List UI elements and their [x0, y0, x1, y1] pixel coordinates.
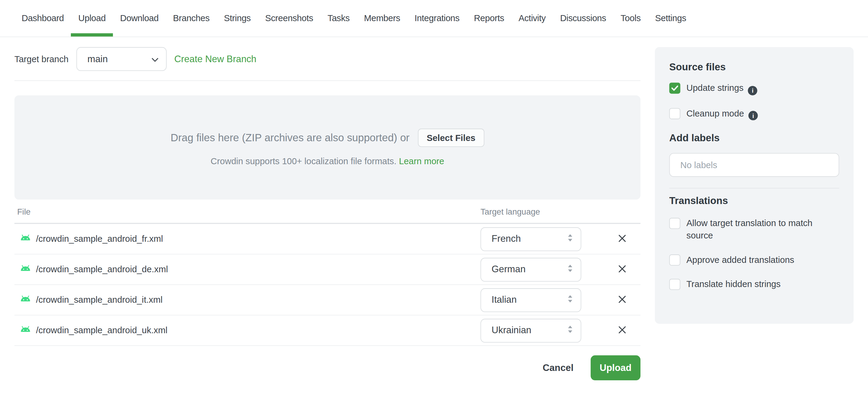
dropzone-text: Drag files here (ZIP archives are also s… — [170, 132, 410, 144]
checkbox[interactable] — [670, 218, 681, 229]
nav-tab[interactable]: Activity — [512, 0, 553, 36]
checkbox-row[interactable]: Approve added translationsi — [670, 254, 839, 266]
sort-arrows-icon — [567, 234, 573, 244]
target-language-column-header: Target language — [480, 206, 581, 216]
divider — [14, 80, 641, 81]
nav-tab[interactable]: Download — [113, 0, 166, 36]
checkbox-label: Allow target translation to match source… — [687, 217, 839, 242]
upload-options-sidebar: Source files Update stringsi — [655, 47, 854, 324]
file-dropzone[interactable]: Drag files here (ZIP archives are also s… — [14, 95, 641, 199]
target-language-select[interactable]: French — [480, 227, 581, 251]
checkbox-label: Cleanup modei — [687, 107, 758, 120]
page: Dashboard Upload Download Branches Strin… — [0, 0, 868, 396]
upload-button[interactable]: Upload — [591, 355, 641, 380]
checkbox-label: Update stringsi — [687, 82, 757, 95]
nav-tab[interactable]: Tools — [613, 0, 648, 36]
checkbox-row[interactable]: Translate hidden stringsi — [670, 278, 839, 290]
file-name: /crowdin_sample_android_de.xml — [36, 264, 168, 274]
close-icon — [618, 294, 627, 305]
checkbox-row[interactable]: Allow target translation to match source… — [670, 217, 839, 242]
nav-tab[interactable]: Dashboard — [14, 0, 71, 36]
checkbox-label: Approve added translationsi — [687, 254, 795, 266]
sort-arrows-icon — [567, 326, 573, 335]
file-column-header: File — [14, 206, 481, 216]
target-language-value: French — [492, 233, 521, 245]
checkbox[interactable] — [670, 254, 681, 265]
main-panel: Target branch main Create New Branch Dra… — [0, 37, 641, 380]
close-icon — [618, 234, 627, 244]
target-language-value: Ukrainian — [492, 325, 531, 336]
nav-tab[interactable]: Reports — [467, 0, 512, 36]
checkbox[interactable] — [670, 108, 681, 119]
android-icon — [20, 326, 31, 335]
select-files-button[interactable]: Select Files — [418, 129, 484, 147]
android-icon — [20, 295, 31, 305]
table-row: /crowdin_sample_android_fr.xml French — [14, 224, 641, 254]
checkbox[interactable] — [670, 279, 681, 290]
target-language-select[interactable]: Ukrainian — [480, 318, 581, 342]
info-icon[interactable]: i — [748, 86, 757, 95]
target-language-select[interactable]: Italian — [480, 288, 581, 312]
learn-more-link[interactable]: Learn more — [399, 157, 444, 166]
target-language-value: German — [492, 264, 526, 275]
translations-title: Translations — [670, 195, 839, 206]
form-actions: Cancel Upload — [0, 355, 641, 380]
check-icon — [672, 85, 678, 91]
nav-tab[interactable]: Integrations — [407, 0, 467, 36]
cancel-button[interactable]: Cancel — [539, 362, 577, 374]
sort-arrows-icon — [567, 264, 573, 274]
remove-file-button[interactable] — [614, 322, 630, 339]
target-language-value: Italian — [492, 294, 517, 306]
sidebar-divider — [670, 188, 839, 189]
target-language-select[interactable]: German — [480, 257, 581, 281]
target-branch-select[interactable]: main — [76, 47, 166, 71]
file-name: /crowdin_sample_android_it.xml — [36, 295, 162, 305]
remove-file-button[interactable] — [614, 261, 630, 278]
files-table: File Target language — [14, 199, 641, 346]
branch-bar: Target branch main Create New Branch — [14, 47, 641, 71]
source-files-title: Source files — [670, 62, 839, 73]
remove-file-button[interactable] — [614, 231, 630, 247]
nav-tab[interactable]: Screenshots — [258, 0, 320, 36]
remove-file-button[interactable] — [614, 291, 630, 308]
checkbox-row[interactable]: Cleanup modei — [670, 107, 839, 120]
checkbox-label: Translate hidden stringsi — [687, 278, 781, 290]
table-row: /crowdin_sample_android_it.xml Italian — [14, 285, 641, 315]
info-icon[interactable]: i — [748, 111, 758, 120]
nav-tab[interactable]: Settings — [648, 0, 693, 36]
close-icon — [618, 325, 627, 336]
add-labels-title: Add labels — [670, 133, 839, 144]
nav-tab[interactable]: Tasks — [320, 0, 357, 36]
target-branch-label: Target branch — [14, 54, 69, 64]
checkbox-row[interactable]: Update stringsi — [670, 82, 839, 95]
labels-input[interactable] — [670, 153, 839, 177]
nav-tab[interactable]: Branches — [166, 0, 217, 36]
formats-text: Crowdin supports 100+ localization file … — [211, 157, 397, 166]
checkbox[interactable] — [670, 83, 681, 94]
sort-arrows-icon — [567, 295, 573, 305]
top-nav: Dashboard Upload Download Branches Strin… — [0, 0, 868, 37]
file-name: /crowdin_sample_android_fr.xml — [36, 234, 163, 244]
nav-tab[interactable]: Members — [357, 0, 407, 36]
target-branch-value: main — [87, 53, 108, 64]
file-name: /crowdin_sample_android_uk.xml — [36, 326, 167, 335]
close-icon — [618, 264, 627, 275]
android-icon — [20, 234, 31, 244]
chevron-down-icon — [152, 54, 158, 64]
android-icon — [20, 264, 31, 274]
table-row: /crowdin_sample_android_uk.xml Ukrainian — [14, 315, 641, 346]
table-header: File Target language — [14, 199, 641, 224]
nav-tab[interactable]: Strings — [217, 0, 258, 36]
table-row: /crowdin_sample_android_de.xml German — [14, 254, 641, 285]
create-new-branch-link[interactable]: Create New Branch — [174, 53, 256, 64]
nav-tab[interactable]: Discussions — [553, 0, 614, 36]
nav-tab[interactable]: Upload — [71, 0, 113, 36]
